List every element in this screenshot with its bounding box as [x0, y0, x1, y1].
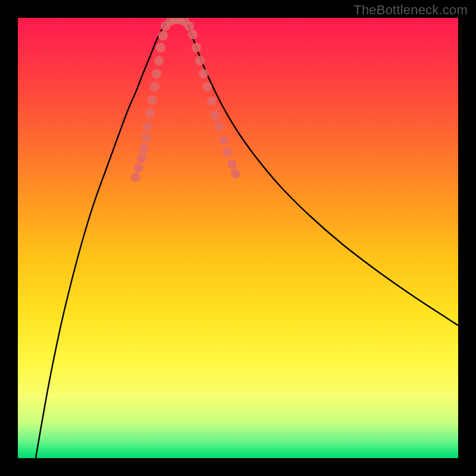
- marker-dot-left-4: [142, 133, 151, 143]
- marker-dot-left-2: [137, 154, 146, 163]
- marker-dot-right-5: [211, 111, 220, 120]
- marker-dot-left-5: [143, 121, 152, 131]
- marker-dot-left-12: [158, 31, 168, 40]
- chart-svg: [18, 18, 458, 458]
- marker-dot-left-11: [156, 43, 165, 52]
- chart-frame: TheBottleneck.com: [0, 0, 476, 476]
- marker-dot-right-2: [199, 69, 208, 79]
- attribution-text: TheBottleneck.com: [353, 2, 468, 18]
- marker-dot-left-1: [134, 163, 143, 173]
- left-curve: [36, 19, 168, 458]
- right-curve: [186, 19, 458, 325]
- marker-dot-right-8: [223, 148, 232, 157]
- marker-dot-left-9: [152, 69, 161, 79]
- curve-layer: [36, 18, 458, 458]
- marker-dot-bottom-6: [188, 30, 198, 39]
- marker-dot-right-3: [202, 82, 212, 92]
- marker-dot-left-8: [150, 82, 159, 92]
- marker-dot-right-6: [214, 121, 224, 131]
- marker-dot-left-10: [154, 56, 164, 65]
- marker-dot-right-4: [207, 96, 217, 106]
- marker-dot-right-0: [192, 43, 201, 52]
- marker-dot-right-1: [195, 56, 205, 65]
- marker-layer: [131, 18, 240, 182]
- marker-dot-left-7: [148, 95, 157, 105]
- marker-dot-left-6: [145, 108, 155, 118]
- marker-dot-right-9: [227, 159, 237, 169]
- marker-dot-right-7: [219, 136, 228, 145]
- marker-dot-left-0: [131, 173, 140, 182]
- marker-dot-right-10: [231, 169, 240, 178]
- marker-dot-left-3: [139, 144, 149, 154]
- plot-area: [18, 18, 458, 458]
- marker-dot-bottom-5: [184, 21, 194, 31]
